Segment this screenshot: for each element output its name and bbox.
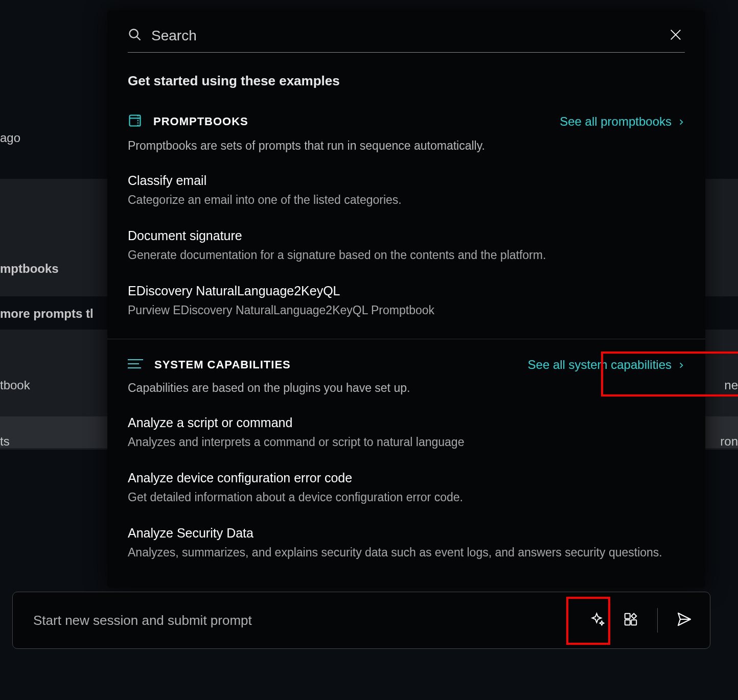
capability-item-desc: Analyzes and interprets a command or scr… bbox=[128, 435, 685, 449]
promptbook-item-desc: Categorize an email into one of the list… bbox=[128, 193, 685, 207]
capability-item-title: Analyze device configuration error code bbox=[128, 471, 685, 485]
close-button[interactable] bbox=[666, 26, 685, 46]
see-all-capabilities-label: See all system capabilities bbox=[528, 358, 672, 372]
capability-item-desc: Analyzes, summarizes, and explains secur… bbox=[128, 546, 685, 559]
svg-rect-12 bbox=[625, 620, 630, 625]
capabilities-description: Capabilities are based on the plugins yo… bbox=[128, 381, 685, 395]
see-all-capabilities-link[interactable]: See all system capabilities bbox=[528, 358, 685, 372]
capability-item[interactable]: Analyze Security Data Analyzes, summariz… bbox=[128, 526, 685, 559]
capability-item-title: Analyze a script or command bbox=[128, 415, 685, 430]
promptbook-item-title: Document signature bbox=[128, 228, 685, 243]
svg-rect-4 bbox=[130, 115, 141, 126]
capabilities-icon bbox=[128, 358, 143, 371]
promptbook-item-title: EDiscovery NaturalLanguage2KeyQL bbox=[128, 284, 685, 298]
capability-item[interactable]: Analyze device configuration error code … bbox=[128, 471, 685, 504]
bg-text-mptbooks: mptbooks bbox=[0, 262, 59, 276]
search-row bbox=[128, 26, 685, 53]
svg-rect-10 bbox=[625, 614, 630, 619]
bg-text-ago: ago bbox=[0, 131, 20, 145]
promptbook-item[interactable]: Classify email Categorize an email into … bbox=[128, 173, 685, 207]
bg-text-tbook: tbook bbox=[0, 378, 30, 392]
prompts-popup-panel: Get started using these examples PROMPTB… bbox=[107, 10, 705, 588]
prompt-bar bbox=[12, 592, 710, 649]
close-icon bbox=[668, 35, 683, 43]
capability-item-title: Analyze Security Data bbox=[128, 526, 685, 541]
intro-heading: Get started using these examples bbox=[128, 73, 685, 89]
promptbook-item[interactable]: Document signature Generate documentatio… bbox=[128, 228, 685, 262]
sparkle-icon bbox=[590, 612, 606, 629]
plugins-icon bbox=[623, 612, 638, 629]
vertical-divider bbox=[657, 608, 658, 633]
send-button[interactable] bbox=[674, 610, 695, 631]
bg-text-more-prompts: more prompts tl bbox=[0, 307, 94, 321]
capabilities-section-header: SYSTEM CAPABILITIES See all system capab… bbox=[128, 358, 685, 372]
promptbook-icon bbox=[128, 113, 142, 130]
prompt-input[interactable] bbox=[33, 613, 588, 628]
svg-line-1 bbox=[137, 37, 141, 40]
promptbook-item-title: Classify email bbox=[128, 173, 685, 188]
promptbooks-title: PROMPTBOOKS bbox=[153, 115, 248, 128]
bg-text-ts: ts bbox=[0, 434, 10, 449]
svg-point-0 bbox=[130, 30, 138, 38]
promptbook-item-desc: Generate documentation for a signature b… bbox=[128, 248, 685, 262]
see-all-promptbooks-link[interactable]: See all promptbooks bbox=[560, 114, 685, 129]
see-all-promptbooks-label: See all promptbooks bbox=[560, 114, 672, 129]
sparkle-button[interactable] bbox=[588, 610, 608, 631]
promptbook-item-desc: Purview EDiscovery NaturalLanguage2KeyQL… bbox=[128, 304, 685, 317]
promptbooks-description: Promptbooks are sets of prompts that run… bbox=[128, 139, 685, 153]
send-icon bbox=[676, 611, 693, 629]
chevron-right-icon bbox=[678, 114, 685, 129]
svg-rect-11 bbox=[631, 620, 636, 625]
bg-text-ne: ne bbox=[724, 378, 738, 392]
promptbooks-section-header: PROMPTBOOKS See all promptbooks bbox=[128, 113, 685, 130]
capabilities-title: SYSTEM CAPABILITIES bbox=[154, 358, 291, 371]
chevron-right-icon bbox=[678, 358, 685, 372]
section-divider bbox=[107, 339, 705, 339]
search-icon bbox=[128, 28, 142, 44]
promptbook-item[interactable]: EDiscovery NaturalLanguage2KeyQL Purview… bbox=[128, 284, 685, 317]
capability-item-desc: Get detailed information about a device … bbox=[128, 491, 685, 504]
plugins-button[interactable] bbox=[620, 610, 641, 631]
search-input[interactable] bbox=[151, 28, 666, 44]
bg-text-ron: ron bbox=[720, 434, 738, 449]
capability-item[interactable]: Analyze a script or command Analyzes and… bbox=[128, 415, 685, 449]
